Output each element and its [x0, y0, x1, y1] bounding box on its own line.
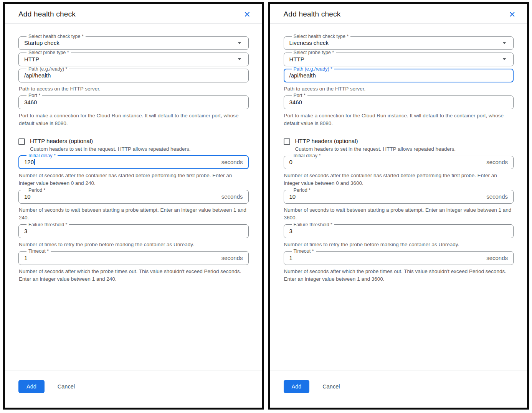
http-headers-checkbox-row: HTTP headers (optional) Custom headers t…: [284, 138, 514, 153]
dialog-header: Add health check ✕: [270, 4, 527, 24]
select-value: Liveness check: [289, 39, 329, 46]
select-value: Startup check: [24, 39, 59, 46]
probe-type-select[interactable]: Select probe type * HTTP: [284, 50, 514, 66]
input-value: 3460: [24, 99, 37, 105]
field-label: Initial delay *: [26, 153, 58, 158]
dialog-body: Select health check type * Startup check…: [5, 24, 262, 370]
helper-text: Number of seconds after the container ha…: [19, 172, 249, 188]
field-label: Path (e.g./ready) *: [292, 66, 334, 72]
field-label: Path (e.g./ready) *: [26, 66, 69, 72]
health-check-type-select[interactable]: Select health check type * Startup check: [18, 34, 249, 50]
input-value: /api/health: [289, 72, 316, 79]
close-icon[interactable]: ✕: [509, 10, 515, 18]
field-label: Port *: [292, 93, 307, 98]
http-headers-checkbox[interactable]: [18, 138, 25, 145]
helper-text: Port to make a connection for the Cloud …: [19, 112, 249, 128]
checkbox-label: HTTP headers (optional): [295, 138, 456, 144]
helper-text: Number of seconds after which the probe …: [284, 268, 514, 283]
input-value: 3: [289, 228, 292, 234]
dialogs-container: Add health check ✕ Select health check t…: [0, 0, 532, 413]
path-input[interactable]: Path (e.g./ready) * /api/health: [18, 66, 249, 82]
timeout-input[interactable]: Timeout * 1 seconds: [284, 248, 514, 265]
unit-suffix: seconds: [486, 255, 508, 261]
initial-delay-input[interactable]: Initial delay * 120 seconds: [18, 153, 249, 169]
helper-text: Custom headers to set in the request. HT…: [295, 145, 456, 153]
chevron-down-icon: [502, 58, 506, 60]
input-value: /api/health: [24, 72, 51, 79]
close-icon[interactable]: ✕: [244, 10, 251, 18]
unit-suffix: seconds: [486, 193, 508, 200]
input-value: 10: [24, 193, 31, 200]
helper-text: Number of seconds after the container ha…: [284, 172, 514, 188]
chevron-down-icon: [238, 58, 241, 60]
failure-threshold-input[interactable]: Failure threshold * 3: [18, 222, 249, 238]
field-label: Initial delay *: [292, 153, 323, 158]
unit-suffix: seconds: [486, 159, 508, 165]
field-label: Select health check type *: [26, 34, 86, 39]
helper-text: Custom headers to set in the request. HT…: [30, 145, 190, 153]
dialog-title: Add health check: [284, 10, 341, 18]
http-headers-checkbox-row: HTTP headers (optional) Custom headers t…: [18, 138, 249, 153]
path-input[interactable]: Path (e.g./ready) * /api/health: [284, 66, 514, 82]
chevron-down-icon: [238, 42, 241, 44]
checkbox-label: HTTP headers (optional): [30, 138, 190, 144]
input-value: 3: [24, 228, 27, 234]
cancel-button[interactable]: Cancel: [321, 380, 341, 393]
unit-suffix: seconds: [221, 159, 243, 165]
helper-text: Number of times to retry the probe befor…: [19, 241, 249, 248]
field-label: Select probe type *: [292, 50, 336, 55]
helper-text: Number of seconds after which the probe …: [19, 268, 249, 283]
dialog-header: Add health check ✕: [5, 4, 262, 24]
field-label: Select health check type *: [292, 34, 351, 39]
initial-delay-input[interactable]: Initial delay * 0 seconds: [284, 153, 514, 169]
helper-text: Path to access on the HTTP server.: [19, 85, 249, 93]
dialog-footer: Add Cancel: [270, 370, 527, 408]
input-value: 1: [24, 255, 27, 261]
dialog-footer: Add Cancel: [5, 370, 262, 408]
unit-suffix: seconds: [221, 193, 243, 200]
unit-suffix: seconds: [221, 255, 243, 261]
field-label: Timeout *: [292, 248, 316, 254]
field-label: Failure threshold *: [26, 222, 69, 227]
helper-text: Number of times to retry the probe befor…: [284, 241, 514, 248]
helper-text: Path to access on the HTTP server.: [284, 85, 514, 93]
helper-text: Port to make a connection for the Cloud …: [284, 112, 514, 128]
field-label: Failure threshold *: [292, 222, 334, 227]
period-input[interactable]: Period * 10 seconds: [284, 188, 514, 204]
dialog-title: Add health check: [18, 10, 76, 18]
failure-threshold-input[interactable]: Failure threshold * 3: [284, 222, 514, 238]
add-button[interactable]: Add: [284, 380, 310, 393]
input-value: 10: [289, 193, 296, 200]
field-label: Period *: [292, 188, 312, 193]
dialog-body: Select health check type * Liveness chec…: [270, 24, 527, 370]
port-input[interactable]: Port * 3460: [284, 93, 514, 109]
http-headers-checkbox[interactable]: [284, 138, 290, 145]
input-value: 3460: [289, 99, 302, 105]
text-cursor: [34, 159, 35, 165]
period-input[interactable]: Period * 10 seconds: [18, 188, 249, 204]
input-value: 0: [289, 159, 292, 165]
select-value: HTTP: [24, 56, 39, 63]
chevron-down-icon: [502, 42, 506, 44]
helper-text: Number of seconds to wait between starti…: [19, 206, 249, 222]
field-label: Select probe type *: [26, 50, 71, 55]
select-value: HTTP: [289, 56, 304, 63]
add-health-check-dialog-liveness: Add health check ✕ Select health check t…: [268, 2, 529, 410]
helper-text: Number of seconds to wait between starti…: [284, 206, 514, 222]
cancel-button[interactable]: Cancel: [56, 380, 76, 393]
add-health-check-dialog-startup: Add health check ✕ Select health check t…: [3, 2, 264, 410]
field-label: Port *: [26, 93, 42, 98]
port-input[interactable]: Port * 3460: [18, 93, 249, 109]
input-value: 120: [24, 159, 34, 165]
timeout-input[interactable]: Timeout * 1 seconds: [18, 248, 249, 265]
input-value: 1: [289, 255, 292, 261]
probe-type-select[interactable]: Select probe type * HTTP: [18, 50, 249, 66]
field-label: Period *: [26, 188, 47, 193]
health-check-type-select[interactable]: Select health check type * Liveness chec…: [284, 34, 514, 50]
field-label: Timeout *: [26, 248, 51, 254]
add-button[interactable]: Add: [18, 380, 45, 393]
